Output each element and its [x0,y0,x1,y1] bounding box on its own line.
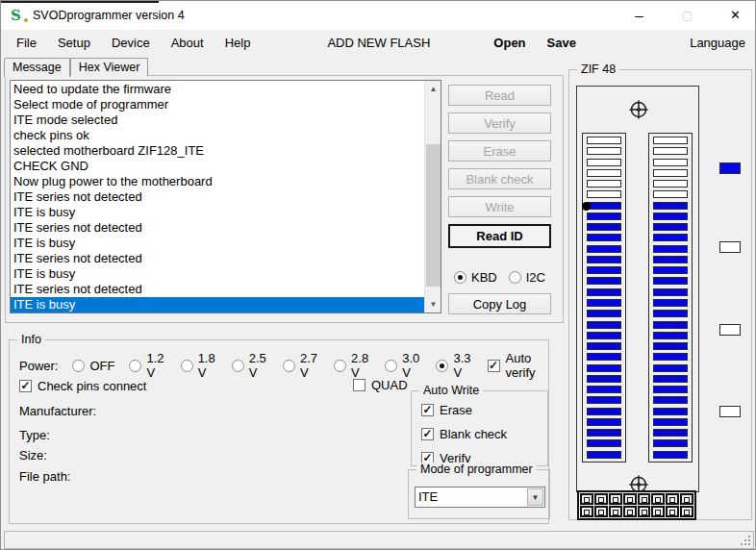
menu-add-new-flash[interactable]: ADD NEW FLASH [323,30,434,56]
log-item[interactable]: selected motherboard ZIF128_ITE [11,143,424,159]
indicator-led [719,324,741,336]
menu-save[interactable]: Save [543,30,580,56]
read-button: Read [448,85,551,106]
zif-pin [653,180,688,188]
menu-about[interactable]: About [167,30,208,56]
zif-pin [653,256,688,263]
auto-verify-checkbox[interactable]: Auto verify [488,351,548,380]
close-icon[interactable] [714,1,756,30]
scroll-down-icon[interactable]: ▼ [425,296,441,312]
zif-pin [653,342,688,350]
zif-pin [653,375,688,383]
power-radio-3.0v[interactable]: 3.0 V [385,351,421,380]
radio-kbd[interactable]: KBD [454,270,497,285]
zif-pin [653,190,688,198]
pin-column-left [582,133,626,462]
zif-pin [587,202,621,210]
connector-pin [580,493,593,505]
connector-pin [609,506,622,517]
scroll-up-icon[interactable]: ▲ [425,81,441,97]
quad-checkbox[interactable]: QUAD [353,378,408,394]
power-radio-2.7v[interactable]: 2.7 V [283,351,319,380]
log-item[interactable]: CHECK GND [11,159,424,174]
menu-help[interactable]: Help [221,30,255,56]
log-item[interactable]: ITE series not detected [11,282,424,297]
pin-column-right [648,133,693,462]
zif-pin [653,288,688,296]
power-radio-2.5v[interactable]: 2.5 V [232,351,268,380]
mode-combobox[interactable]: ITE ▼ [415,487,545,508]
log-item[interactable]: ITE series not detected [11,189,424,205]
radio-icon [436,360,448,372]
message-log-list[interactable]: Need to update the firmwareSelect mode o… [10,80,441,313]
menu-items: FileSetupDeviceAboutHelp [13,30,254,56]
log-scrollbar[interactable]: ▲ ▼ [424,81,441,312]
mode-of-programmer-group: Mode of programmer ITE ▼ [408,469,550,519]
auto-write-title: Auto Write [419,384,483,397]
log-item[interactable]: ITE is busy [11,205,424,220]
zif-pin [653,169,688,177]
copy-log-button[interactable]: Copy Log [448,293,551,314]
scrollbar-thumb[interactable] [426,144,441,287]
connector-pin [623,493,637,505]
menu-language[interactable]: Language [686,30,749,56]
menu-open[interactable]: Open [490,30,529,56]
log-item[interactable]: check pins ok [11,128,424,143]
log-item[interactable]: ITE is busy [11,297,441,312]
screw-icon [628,99,649,120]
minimize-icon[interactable] [617,1,661,30]
log-item[interactable]: ITE mode selected [11,112,424,128]
read-id-button[interactable]: Read ID [448,224,551,248]
auto-write-erase[interactable]: Erase [421,403,507,417]
zif-pin [587,266,621,274]
menu-setup[interactable]: Setup [54,30,94,56]
radio-label: 2.5 V [249,351,268,380]
radio-i2c[interactable]: I2C [509,270,545,285]
power-radio-2.8v[interactable]: 2.8 V [334,351,370,380]
tab-message[interactable]: Message [4,58,70,77]
connector-pin [594,506,608,517]
auto-write-blank-check[interactable]: Blank check [421,427,507,441]
power-label: Power: [19,359,58,373]
checkbox-label: QUAD [371,378,408,392]
log-item[interactable]: ITE series not detected [11,251,424,266]
zif-pin [587,212,621,220]
menu-device[interactable]: Device [108,30,154,56]
power-radio-1.8v[interactable]: 1.8 V [181,351,217,380]
zif-pin [587,451,621,459]
connector-pin [680,506,693,517]
power-radio-1.2v[interactable]: 1.2 V [129,351,165,380]
blank-check-button: Blank check [448,168,551,189]
check-pins-connect-checkbox[interactable]: Check pins connect [19,378,146,392]
screen-edge-artifact [1,1,159,3]
chevron-down-icon[interactable]: ▼ [527,488,543,506]
log-item[interactable]: Need to update the firmware [11,82,424,97]
erase-button: Erase [448,140,551,162]
connector-pin [594,493,608,505]
radio-icon [232,360,244,372]
menu-file-actions: OpenSave [490,30,580,56]
tab-hex-viewer[interactable]: Hex Viewer [70,58,149,76]
status-bar [4,531,754,549]
title-bar: S SVODprogrammer version 4 [1,1,756,30]
zif-pin [653,429,688,437]
power-radio-3.3v[interactable]: 3.3 V [436,351,472,380]
maximize-icon [666,1,709,30]
log-item[interactable]: ITE series not detected [11,220,424,236]
log-item[interactable]: Now plug power to the motherboard [11,174,424,189]
zif-pin [587,223,621,231]
zif-pin [653,408,688,415]
zif-pin [587,321,621,329]
log-item[interactable]: ITE is busy [11,266,424,282]
indicator-led [719,406,741,417]
connector-pin [638,493,651,505]
log-item[interactable]: ITE is busy [11,236,424,251]
menu-file[interactable]: File [13,30,40,56]
zif-socket [576,86,699,492]
zif-pin [587,353,621,361]
zif-pin [587,137,621,144]
power-radio-off[interactable]: OFF [72,359,114,373]
log-item[interactable]: Select mode of programmer [11,97,424,112]
resize-grip-icon[interactable] [741,536,750,545]
zif-pin [653,223,688,231]
